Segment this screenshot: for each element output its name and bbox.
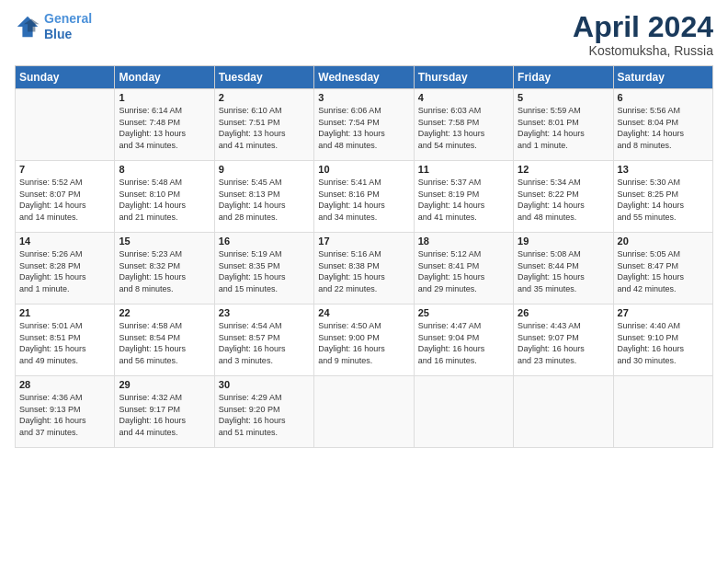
day-number: 24 bbox=[318, 307, 409, 318]
day-number: 26 bbox=[518, 307, 609, 318]
cell-content: Sunrise: 5:59 AM Sunset: 8:01 PM Dayligh… bbox=[518, 105, 609, 151]
cell-content: Sunrise: 5:19 AM Sunset: 8:35 PM Dayligh… bbox=[219, 248, 310, 294]
location: Kostomuksha, Russia bbox=[573, 43, 713, 58]
day-number: 19 bbox=[518, 236, 609, 247]
cell-content: Sunrise: 5:34 AM Sunset: 8:22 PM Dayligh… bbox=[518, 177, 609, 223]
calendar-cell: 9Sunrise: 5:45 AM Sunset: 8:13 PM Daylig… bbox=[214, 161, 313, 233]
day-number: 4 bbox=[418, 92, 509, 103]
calendar-cell bbox=[414, 376, 513, 448]
cell-content: Sunrise: 5:26 AM Sunset: 8:28 PM Dayligh… bbox=[19, 248, 110, 294]
day-number: 16 bbox=[219, 236, 310, 247]
day-header-saturday: Saturday bbox=[613, 66, 712, 89]
logo: General Blue bbox=[15, 11, 92, 42]
calendar-cell: 26Sunrise: 4:43 AM Sunset: 9:07 PM Dayli… bbox=[514, 304, 613, 376]
calendar-cell: 29Sunrise: 4:32 AM Sunset: 9:17 PM Dayli… bbox=[115, 376, 214, 448]
cell-content: Sunrise: 5:48 AM Sunset: 8:10 PM Dayligh… bbox=[119, 177, 210, 223]
day-number: 17 bbox=[318, 236, 409, 247]
calendar-cell: 12Sunrise: 5:34 AM Sunset: 8:22 PM Dayli… bbox=[514, 161, 613, 233]
calendar-cell: 19Sunrise: 5:08 AM Sunset: 8:44 PM Dayli… bbox=[514, 233, 613, 304]
calendar-cell: 21Sunrise: 5:01 AM Sunset: 8:51 PM Dayli… bbox=[16, 304, 115, 376]
day-number: 15 bbox=[119, 236, 210, 247]
day-number: 12 bbox=[518, 164, 609, 175]
day-number: 25 bbox=[418, 307, 509, 318]
logo-text: General Blue bbox=[44, 11, 92, 42]
day-number: 10 bbox=[318, 164, 409, 175]
calendar-cell: 14Sunrise: 5:26 AM Sunset: 8:28 PM Dayli… bbox=[16, 233, 115, 304]
cell-content: Sunrise: 4:58 AM Sunset: 8:54 PM Dayligh… bbox=[119, 320, 210, 366]
day-number: 8 bbox=[119, 164, 210, 175]
title-block: April 2024 Kostomuksha, Russia bbox=[573, 11, 713, 58]
cell-content: Sunrise: 5:41 AM Sunset: 8:16 PM Dayligh… bbox=[318, 177, 409, 223]
week-row-2: 7Sunrise: 5:52 AM Sunset: 8:07 PM Daylig… bbox=[16, 161, 713, 233]
calendar-cell: 28Sunrise: 4:36 AM Sunset: 9:13 PM Dayli… bbox=[16, 376, 115, 448]
day-number: 3 bbox=[318, 92, 409, 103]
page: General Blue April 2024 Kostomuksha, Rus… bbox=[0, 0, 728, 563]
day-number: 18 bbox=[418, 236, 509, 247]
day-number: 9 bbox=[219, 164, 310, 175]
calendar-cell: 4Sunrise: 6:03 AM Sunset: 7:58 PM Daylig… bbox=[414, 89, 513, 161]
calendar-cell: 5Sunrise: 5:59 AM Sunset: 8:01 PM Daylig… bbox=[514, 89, 613, 161]
logo-icon bbox=[15, 14, 40, 40]
calendar-cell: 15Sunrise: 5:23 AM Sunset: 8:32 PM Dayli… bbox=[115, 233, 214, 304]
calendar-cell bbox=[613, 376, 712, 448]
week-row-5: 28Sunrise: 4:36 AM Sunset: 9:13 PM Dayli… bbox=[16, 376, 713, 448]
calendar-cell: 27Sunrise: 4:40 AM Sunset: 9:10 PM Dayli… bbox=[613, 304, 712, 376]
cell-content: Sunrise: 6:06 AM Sunset: 7:54 PM Dayligh… bbox=[318, 105, 409, 151]
calendar-cell: 18Sunrise: 5:12 AM Sunset: 8:41 PM Dayli… bbox=[414, 233, 513, 304]
day-number: 27 bbox=[618, 307, 709, 318]
cell-content: Sunrise: 5:16 AM Sunset: 8:38 PM Dayligh… bbox=[318, 248, 409, 294]
cell-content: Sunrise: 5:52 AM Sunset: 8:07 PM Dayligh… bbox=[19, 177, 110, 223]
calendar-cell: 17Sunrise: 5:16 AM Sunset: 8:38 PM Dayli… bbox=[314, 233, 414, 304]
calendar-cell: 24Sunrise: 4:50 AM Sunset: 9:00 PM Dayli… bbox=[314, 304, 414, 376]
day-number: 1 bbox=[119, 92, 210, 103]
header: General Blue April 2024 Kostomuksha, Rus… bbox=[15, 11, 713, 58]
calendar-cell: 6Sunrise: 5:56 AM Sunset: 8:04 PM Daylig… bbox=[613, 89, 712, 161]
day-number: 6 bbox=[618, 92, 709, 103]
calendar-cell: 30Sunrise: 4:29 AM Sunset: 9:20 PM Dayli… bbox=[214, 376, 313, 448]
calendar-cell bbox=[16, 89, 115, 161]
cell-content: Sunrise: 4:50 AM Sunset: 9:00 PM Dayligh… bbox=[318, 320, 409, 366]
calendar-table: SundayMondayTuesdayWednesdayThursdayFrid… bbox=[15, 65, 713, 448]
cell-content: Sunrise: 5:01 AM Sunset: 8:51 PM Dayligh… bbox=[19, 320, 110, 366]
day-header-sunday: Sunday bbox=[16, 66, 115, 89]
calendar-cell: 3Sunrise: 6:06 AM Sunset: 7:54 PM Daylig… bbox=[314, 89, 414, 161]
calendar-cell: 10Sunrise: 5:41 AM Sunset: 8:16 PM Dayli… bbox=[314, 161, 414, 233]
week-row-1: 1Sunrise: 6:14 AM Sunset: 7:48 PM Daylig… bbox=[16, 89, 713, 161]
day-header-wednesday: Wednesday bbox=[314, 66, 414, 89]
cell-content: Sunrise: 5:30 AM Sunset: 8:25 PM Dayligh… bbox=[618, 177, 709, 223]
week-row-3: 14Sunrise: 5:26 AM Sunset: 8:28 PM Dayli… bbox=[16, 233, 713, 304]
day-header-monday: Monday bbox=[115, 66, 214, 89]
calendar-cell: 1Sunrise: 6:14 AM Sunset: 7:48 PM Daylig… bbox=[115, 89, 214, 161]
day-number: 22 bbox=[119, 307, 210, 318]
day-number: 7 bbox=[19, 164, 110, 175]
cell-content: Sunrise: 6:10 AM Sunset: 7:51 PM Dayligh… bbox=[219, 105, 310, 151]
header-row: SundayMondayTuesdayWednesdayThursdayFrid… bbox=[16, 66, 713, 89]
calendar-cell bbox=[514, 376, 613, 448]
day-number: 29 bbox=[119, 379, 210, 390]
calendar-cell: 11Sunrise: 5:37 AM Sunset: 8:19 PM Dayli… bbox=[414, 161, 513, 233]
cell-content: Sunrise: 4:36 AM Sunset: 9:13 PM Dayligh… bbox=[19, 392, 110, 438]
week-row-4: 21Sunrise: 5:01 AM Sunset: 8:51 PM Dayli… bbox=[16, 304, 713, 376]
calendar-cell: 13Sunrise: 5:30 AM Sunset: 8:25 PM Dayli… bbox=[613, 161, 712, 233]
day-header-friday: Friday bbox=[514, 66, 613, 89]
cell-content: Sunrise: 5:45 AM Sunset: 8:13 PM Dayligh… bbox=[219, 177, 310, 223]
cell-content: Sunrise: 6:14 AM Sunset: 7:48 PM Dayligh… bbox=[119, 105, 210, 151]
day-number: 11 bbox=[418, 164, 509, 175]
day-number: 21 bbox=[19, 307, 110, 318]
day-number: 5 bbox=[518, 92, 609, 103]
calendar-cell: 2Sunrise: 6:10 AM Sunset: 7:51 PM Daylig… bbox=[214, 89, 313, 161]
calendar-cell: 8Sunrise: 5:48 AM Sunset: 8:10 PM Daylig… bbox=[115, 161, 214, 233]
calendar-cell bbox=[314, 376, 414, 448]
cell-content: Sunrise: 5:56 AM Sunset: 8:04 PM Dayligh… bbox=[618, 105, 709, 151]
cell-content: Sunrise: 5:05 AM Sunset: 8:47 PM Dayligh… bbox=[618, 248, 709, 294]
calendar-cell: 16Sunrise: 5:19 AM Sunset: 8:35 PM Dayli… bbox=[214, 233, 313, 304]
day-number: 28 bbox=[19, 379, 110, 390]
cell-content: Sunrise: 6:03 AM Sunset: 7:58 PM Dayligh… bbox=[418, 105, 509, 151]
month-title: April 2024 bbox=[573, 11, 713, 43]
cell-content: Sunrise: 5:37 AM Sunset: 8:19 PM Dayligh… bbox=[418, 177, 509, 223]
logo-blue: Blue bbox=[44, 27, 72, 41]
day-number: 2 bbox=[219, 92, 310, 103]
calendar-cell: 23Sunrise: 4:54 AM Sunset: 8:57 PM Dayli… bbox=[214, 304, 313, 376]
cell-content: Sunrise: 5:08 AM Sunset: 8:44 PM Dayligh… bbox=[518, 248, 609, 294]
cell-content: Sunrise: 4:29 AM Sunset: 9:20 PM Dayligh… bbox=[219, 392, 310, 438]
